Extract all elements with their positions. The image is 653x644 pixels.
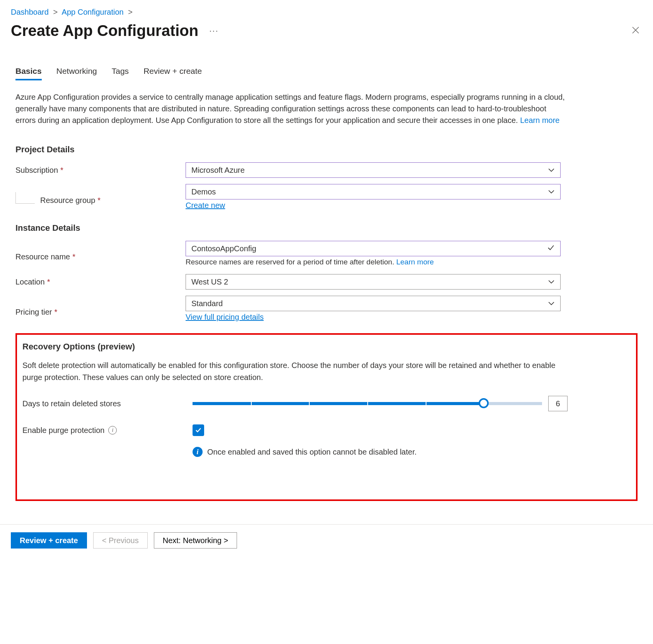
pricing-details-link[interactable]: View full pricing details	[186, 313, 264, 322]
close-icon[interactable]	[629, 24, 642, 38]
next-button[interactable]: Next: Networking >	[154, 532, 237, 549]
info-icon: i	[193, 447, 203, 457]
previous-button: < Previous	[93, 532, 148, 549]
tabs: Basics Networking Tags Review + create	[15, 66, 638, 80]
intro-text: Azure App Configuration provides a servi…	[15, 91, 568, 126]
resource-group-label: Resource group*	[15, 196, 186, 205]
checkmark-icon	[547, 244, 555, 254]
resource-name-learn-more-link[interactable]: Learn more	[396, 258, 434, 266]
chevron-down-icon	[548, 167, 555, 174]
footer-actions: Review + create < Previous Next: Network…	[11, 525, 642, 559]
resource-name-input[interactable]: ContosoAppConfig	[186, 241, 561, 256]
tab-basics[interactable]: Basics	[15, 66, 42, 80]
chevron-down-icon	[548, 300, 555, 307]
breadcrumb-app-configuration[interactable]: App Configuration	[62, 8, 124, 16]
chevron-right-icon: >	[53, 8, 58, 16]
purge-protection-checkbox[interactable]	[193, 424, 204, 436]
section-project-details: Project Details	[15, 145, 638, 155]
breadcrumb-dashboard[interactable]: Dashboard	[11, 8, 49, 16]
tab-networking[interactable]: Networking	[56, 66, 97, 80]
days-retain-label: Days to retain deleted stores	[22, 399, 193, 408]
resource-group-select[interactable]: Demos	[186, 184, 561, 199]
checkmark-icon	[194, 426, 202, 434]
purge-protection-label: Enable purge protection i	[22, 426, 193, 435]
purge-info-text: Once enabled and saved this option canno…	[207, 448, 417, 457]
recovery-options-section: Recovery Options (preview) Soft delete p…	[15, 333, 638, 501]
pricing-tier-select[interactable]: Standard	[186, 296, 561, 311]
recovery-description: Soft delete protection will automaticall…	[22, 359, 571, 383]
days-retain-slider[interactable]	[193, 402, 542, 405]
location-select[interactable]: West US 2	[186, 274, 561, 290]
tab-tags[interactable]: Tags	[112, 66, 129, 80]
pricing-tier-label: Pricing tier*	[15, 308, 186, 317]
resource-name-label: Resource name*	[15, 252, 186, 261]
subscription-label: Subscription*	[15, 166, 186, 175]
tab-review-create[interactable]: Review + create	[143, 66, 202, 80]
days-retain-value[interactable]: 6	[548, 396, 568, 411]
chevron-down-icon	[548, 278, 555, 285]
section-instance-details: Instance Details	[15, 223, 638, 233]
location-label: Location*	[15, 278, 186, 286]
chevron-down-icon	[548, 188, 555, 195]
page-title: Create App Configuration	[11, 22, 198, 39]
chevron-right-icon: >	[128, 8, 133, 16]
section-recovery-options: Recovery Options (preview)	[22, 342, 631, 352]
resource-name-helper: Resource names are reserved for a period…	[186, 258, 561, 266]
slider-thumb[interactable]	[479, 398, 489, 408]
breadcrumb: Dashboard > App Configuration >	[11, 8, 642, 17]
review-create-button[interactable]: Review + create	[11, 532, 87, 549]
info-icon[interactable]: i	[108, 426, 117, 434]
create-new-link[interactable]: Create new	[186, 201, 225, 210]
more-actions-icon[interactable]: ···	[209, 26, 218, 36]
subscription-select[interactable]: Microsoft Azure	[186, 162, 561, 178]
intro-learn-more-link[interactable]: Learn more	[520, 116, 559, 124]
